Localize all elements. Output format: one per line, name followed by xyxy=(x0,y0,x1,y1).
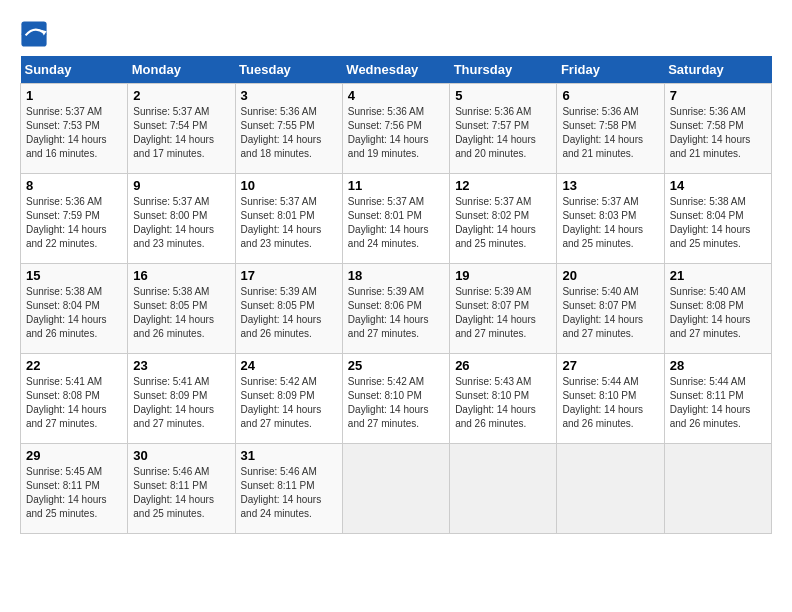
day-number: 8 xyxy=(26,178,122,193)
day-info: Sunrise: 5:37 AM Sunset: 7:54 PM Dayligh… xyxy=(133,105,229,161)
day-info: Sunrise: 5:36 AM Sunset: 7:56 PM Dayligh… xyxy=(348,105,444,161)
calendar-day-cell: 20Sunrise: 5:40 AM Sunset: 8:07 PM Dayli… xyxy=(557,264,664,354)
day-number: 15 xyxy=(26,268,122,283)
day-number: 11 xyxy=(348,178,444,193)
calendar-day-cell: 26Sunrise: 5:43 AM Sunset: 8:10 PM Dayli… xyxy=(450,354,557,444)
day-info: Sunrise: 5:37 AM Sunset: 8:01 PM Dayligh… xyxy=(348,195,444,251)
day-info: Sunrise: 5:36 AM Sunset: 7:59 PM Dayligh… xyxy=(26,195,122,251)
calendar-day-cell: 10Sunrise: 5:37 AM Sunset: 8:01 PM Dayli… xyxy=(235,174,342,264)
day-number: 3 xyxy=(241,88,337,103)
calendar-day-cell: 22Sunrise: 5:41 AM Sunset: 8:08 PM Dayli… xyxy=(21,354,128,444)
day-info: Sunrise: 5:46 AM Sunset: 8:11 PM Dayligh… xyxy=(241,465,337,521)
calendar-day-cell: 30Sunrise: 5:46 AM Sunset: 8:11 PM Dayli… xyxy=(128,444,235,534)
calendar-day-cell: 27Sunrise: 5:44 AM Sunset: 8:10 PM Dayli… xyxy=(557,354,664,444)
calendar-day-cell: 14Sunrise: 5:38 AM Sunset: 8:04 PM Dayli… xyxy=(664,174,771,264)
day-info: Sunrise: 5:36 AM Sunset: 7:58 PM Dayligh… xyxy=(562,105,658,161)
day-info: Sunrise: 5:37 AM Sunset: 8:00 PM Dayligh… xyxy=(133,195,229,251)
calendar-day-cell: 8Sunrise: 5:36 AM Sunset: 7:59 PM Daylig… xyxy=(21,174,128,264)
day-number: 19 xyxy=(455,268,551,283)
calendar-day-cell: 24Sunrise: 5:42 AM Sunset: 8:09 PM Dayli… xyxy=(235,354,342,444)
calendar-day-cell: 3Sunrise: 5:36 AM Sunset: 7:55 PM Daylig… xyxy=(235,84,342,174)
calendar-day-cell: 1Sunrise: 5:37 AM Sunset: 7:53 PM Daylig… xyxy=(21,84,128,174)
calendar-day-cell xyxy=(450,444,557,534)
calendar-day-cell: 13Sunrise: 5:37 AM Sunset: 8:03 PM Dayli… xyxy=(557,174,664,264)
day-info: Sunrise: 5:39 AM Sunset: 8:05 PM Dayligh… xyxy=(241,285,337,341)
calendar-header-row: SundayMondayTuesdayWednesdayThursdayFrid… xyxy=(21,56,772,84)
day-info: Sunrise: 5:41 AM Sunset: 8:09 PM Dayligh… xyxy=(133,375,229,431)
day-info: Sunrise: 5:36 AM Sunset: 7:55 PM Dayligh… xyxy=(241,105,337,161)
logo-icon xyxy=(20,20,48,48)
day-number: 4 xyxy=(348,88,444,103)
calendar-week-row: 29Sunrise: 5:45 AM Sunset: 8:11 PM Dayli… xyxy=(21,444,772,534)
day-number: 22 xyxy=(26,358,122,373)
calendar-day-cell: 17Sunrise: 5:39 AM Sunset: 8:05 PM Dayli… xyxy=(235,264,342,354)
day-number: 16 xyxy=(133,268,229,283)
day-number: 29 xyxy=(26,448,122,463)
logo xyxy=(20,20,52,48)
day-info: Sunrise: 5:42 AM Sunset: 8:10 PM Dayligh… xyxy=(348,375,444,431)
day-number: 30 xyxy=(133,448,229,463)
day-info: Sunrise: 5:44 AM Sunset: 8:11 PM Dayligh… xyxy=(670,375,766,431)
calendar-day-cell: 12Sunrise: 5:37 AM Sunset: 8:02 PM Dayli… xyxy=(450,174,557,264)
day-info: Sunrise: 5:38 AM Sunset: 8:04 PM Dayligh… xyxy=(670,195,766,251)
day-info: Sunrise: 5:45 AM Sunset: 8:11 PM Dayligh… xyxy=(26,465,122,521)
calendar-day-cell xyxy=(342,444,449,534)
calendar-day-cell: 9Sunrise: 5:37 AM Sunset: 8:00 PM Daylig… xyxy=(128,174,235,264)
day-info: Sunrise: 5:37 AM Sunset: 7:53 PM Dayligh… xyxy=(26,105,122,161)
calendar-day-cell: 19Sunrise: 5:39 AM Sunset: 8:07 PM Dayli… xyxy=(450,264,557,354)
day-number: 17 xyxy=(241,268,337,283)
day-info: Sunrise: 5:37 AM Sunset: 8:02 PM Dayligh… xyxy=(455,195,551,251)
calendar-day-cell: 21Sunrise: 5:40 AM Sunset: 8:08 PM Dayli… xyxy=(664,264,771,354)
day-info: Sunrise: 5:46 AM Sunset: 8:11 PM Dayligh… xyxy=(133,465,229,521)
calendar-day-cell: 15Sunrise: 5:38 AM Sunset: 8:04 PM Dayli… xyxy=(21,264,128,354)
calendar-day-cell: 28Sunrise: 5:44 AM Sunset: 8:11 PM Dayli… xyxy=(664,354,771,444)
calendar-day-cell xyxy=(664,444,771,534)
day-info: Sunrise: 5:37 AM Sunset: 8:01 PM Dayligh… xyxy=(241,195,337,251)
calendar-week-row: 22Sunrise: 5:41 AM Sunset: 8:08 PM Dayli… xyxy=(21,354,772,444)
day-number: 13 xyxy=(562,178,658,193)
calendar-table: SundayMondayTuesdayWednesdayThursdayFrid… xyxy=(20,56,772,534)
day-number: 2 xyxy=(133,88,229,103)
day-number: 26 xyxy=(455,358,551,373)
calendar-day-cell: 2Sunrise: 5:37 AM Sunset: 7:54 PM Daylig… xyxy=(128,84,235,174)
calendar-header-wednesday: Wednesday xyxy=(342,56,449,84)
calendar-day-cell: 18Sunrise: 5:39 AM Sunset: 8:06 PM Dayli… xyxy=(342,264,449,354)
calendar-week-row: 8Sunrise: 5:36 AM Sunset: 7:59 PM Daylig… xyxy=(21,174,772,264)
day-number: 31 xyxy=(241,448,337,463)
calendar-day-cell: 25Sunrise: 5:42 AM Sunset: 8:10 PM Dayli… xyxy=(342,354,449,444)
day-info: Sunrise: 5:36 AM Sunset: 7:58 PM Dayligh… xyxy=(670,105,766,161)
day-info: Sunrise: 5:41 AM Sunset: 8:08 PM Dayligh… xyxy=(26,375,122,431)
calendar-header-friday: Friday xyxy=(557,56,664,84)
calendar-day-cell: 31Sunrise: 5:46 AM Sunset: 8:11 PM Dayli… xyxy=(235,444,342,534)
day-number: 23 xyxy=(133,358,229,373)
page-header xyxy=(20,20,772,48)
day-number: 18 xyxy=(348,268,444,283)
calendar-week-row: 15Sunrise: 5:38 AM Sunset: 8:04 PM Dayli… xyxy=(21,264,772,354)
calendar-day-cell: 6Sunrise: 5:36 AM Sunset: 7:58 PM Daylig… xyxy=(557,84,664,174)
calendar-day-cell: 4Sunrise: 5:36 AM Sunset: 7:56 PM Daylig… xyxy=(342,84,449,174)
calendar-day-cell xyxy=(557,444,664,534)
day-info: Sunrise: 5:38 AM Sunset: 8:05 PM Dayligh… xyxy=(133,285,229,341)
day-number: 6 xyxy=(562,88,658,103)
day-info: Sunrise: 5:39 AM Sunset: 8:07 PM Dayligh… xyxy=(455,285,551,341)
calendar-week-row: 1Sunrise: 5:37 AM Sunset: 7:53 PM Daylig… xyxy=(21,84,772,174)
day-info: Sunrise: 5:38 AM Sunset: 8:04 PM Dayligh… xyxy=(26,285,122,341)
day-info: Sunrise: 5:40 AM Sunset: 8:07 PM Dayligh… xyxy=(562,285,658,341)
calendar-header-monday: Monday xyxy=(128,56,235,84)
day-number: 21 xyxy=(670,268,766,283)
day-number: 28 xyxy=(670,358,766,373)
calendar-day-cell: 16Sunrise: 5:38 AM Sunset: 8:05 PM Dayli… xyxy=(128,264,235,354)
day-number: 1 xyxy=(26,88,122,103)
day-number: 25 xyxy=(348,358,444,373)
day-info: Sunrise: 5:43 AM Sunset: 8:10 PM Dayligh… xyxy=(455,375,551,431)
calendar-header-thursday: Thursday xyxy=(450,56,557,84)
day-number: 5 xyxy=(455,88,551,103)
day-info: Sunrise: 5:44 AM Sunset: 8:10 PM Dayligh… xyxy=(562,375,658,431)
calendar-day-cell: 7Sunrise: 5:36 AM Sunset: 7:58 PM Daylig… xyxy=(664,84,771,174)
day-number: 14 xyxy=(670,178,766,193)
day-info: Sunrise: 5:40 AM Sunset: 8:08 PM Dayligh… xyxy=(670,285,766,341)
day-info: Sunrise: 5:42 AM Sunset: 8:09 PM Dayligh… xyxy=(241,375,337,431)
day-number: 20 xyxy=(562,268,658,283)
day-number: 10 xyxy=(241,178,337,193)
calendar-header-saturday: Saturday xyxy=(664,56,771,84)
